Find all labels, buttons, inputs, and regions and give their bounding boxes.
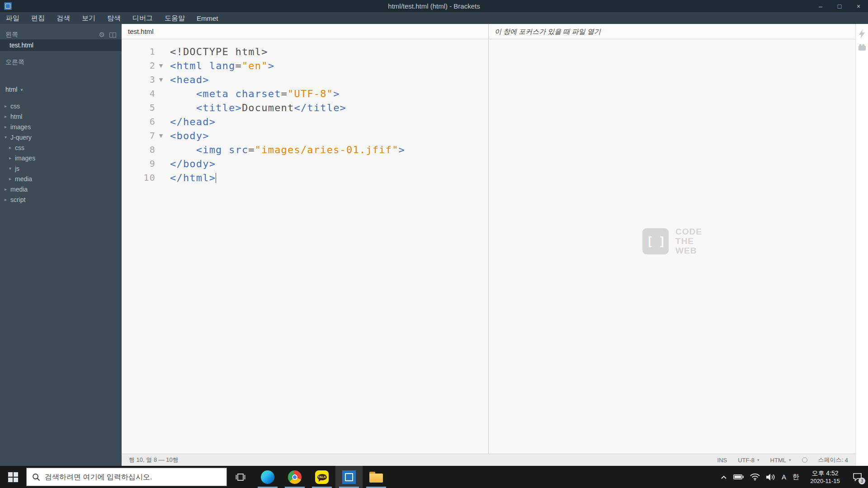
line-number: 5: [122, 101, 156, 115]
working-files: test.html: [0, 39, 122, 51]
fold-arrow-icon[interactable]: ▼: [156, 73, 166, 87]
tree-item-html[interactable]: ▸html: [0, 111, 122, 122]
extension-manager-brick-icon[interactable]: [859, 46, 866, 51]
chevron-right-icon[interactable]: ▸: [9, 145, 15, 150]
language-value: HTML: [770, 457, 786, 464]
project-dropdown[interactable]: html ▾: [0, 84, 122, 94]
menu-item-7[interactable]: Emmet: [191, 12, 224, 24]
code-text: <!DOCTYPE html>: [170, 45, 268, 59]
menu-item-1[interactable]: 편집: [25, 12, 51, 24]
code-text: <html lang="en">: [170, 59, 274, 73]
tree-item-js[interactable]: ▾js: [0, 163, 122, 174]
fold-arrow-icon[interactable]: ▼: [156, 129, 166, 143]
close-button[interactable]: ×: [849, 0, 868, 12]
code-area[interactable]: 1<!DOCTYPE html>2▼<html lang="en">3▼<hea…: [122, 39, 488, 185]
line-number: 4: [122, 87, 156, 101]
code-text: <title>Document</title>: [170, 101, 346, 115]
volume-icon[interactable]: [766, 474, 775, 481]
code-text: </head>: [170, 115, 216, 129]
code-line-2[interactable]: 2▼<html lang="en">: [122, 59, 488, 73]
task-view-button[interactable]: [227, 466, 254, 488]
code-line-4[interactable]: 4 <meta charset="UTF-8">: [122, 87, 488, 101]
ime-korean-indicator[interactable]: 한: [793, 473, 799, 481]
taskbar-search[interactable]: [26, 468, 227, 486]
menu-item-0[interactable]: 파일: [0, 12, 25, 24]
wifi-icon[interactable]: [750, 473, 760, 481]
insert-mode-indicator[interactable]: INS: [717, 457, 727, 464]
chevron-down-icon[interactable]: ▾: [9, 166, 15, 171]
window-controls: – □ ×: [811, 0, 868, 12]
second-editor-pane[interactable]: 이 창에 포커스가 있을 때 파일 열기 [ ] CODETHEWEB: [489, 24, 855, 454]
chevron-down-icon[interactable]: ▾: [5, 135, 10, 140]
edge-icon: [261, 470, 274, 484]
line-number: 10: [122, 171, 156, 185]
maximize-button[interactable]: □: [830, 0, 849, 12]
working-file-test.html[interactable]: test.html: [0, 39, 122, 51]
menu-item-5[interactable]: 디버그: [127, 12, 159, 24]
chrome-icon: [288, 470, 302, 484]
menu-item-6[interactable]: 도움말: [159, 12, 191, 24]
menu-item-2[interactable]: 검색: [51, 12, 76, 24]
chevron-right-icon[interactable]: ▸: [5, 187, 10, 192]
edge-taskbar-button[interactable]: [254, 466, 281, 488]
tree-item-css[interactable]: ▸css: [0, 101, 122, 111]
minimize-button[interactable]: –: [811, 0, 830, 12]
encoding-selector[interactable]: UTF-8 ▾: [738, 457, 759, 464]
file-explorer-taskbar-button[interactable]: [363, 466, 390, 488]
tree-item-images[interactable]: ▸images: [0, 122, 122, 132]
code-line-3[interactable]: 3▼<head>: [122, 73, 488, 87]
taskbar-clock[interactable]: 오후 4:52 2020-11-15: [806, 469, 844, 485]
chevron-right-icon[interactable]: ▸: [5, 114, 10, 119]
indent-value[interactable]: 4: [845, 457, 848, 464]
action-center-button[interactable]: 3: [851, 471, 863, 483]
brackets-window: html/test.html (html) - Brackets – □ × 파…: [0, 0, 868, 488]
tree-item-J-query[interactable]: ▾J-query: [0, 132, 122, 142]
language-selector[interactable]: HTML ▾: [770, 457, 791, 464]
ime-latin-indicator[interactable]: A: [782, 473, 786, 481]
code-line-10[interactable]: 10</html>: [122, 171, 488, 185]
clock-date: 2020-11-15: [806, 477, 844, 485]
menu-item-3[interactable]: 보기: [76, 12, 101, 24]
code-line-8[interactable]: 8 <img src="images/aries-01.jfif">: [122, 143, 488, 157]
chevron-right-icon[interactable]: ▸: [5, 197, 10, 202]
tree-item-images[interactable]: ▸images: [0, 153, 122, 163]
code-line-1[interactable]: 1<!DOCTYPE html>: [122, 45, 488, 59]
battery-icon[interactable]: [733, 474, 744, 479]
line-number: 2: [122, 59, 156, 73]
code-line-7[interactable]: 7▼<body>: [122, 129, 488, 143]
tree-item-css[interactable]: ▸css: [0, 142, 122, 153]
left-pane-label: 왼쪽: [5, 31, 18, 39]
menu-item-4[interactable]: 탐색: [101, 12, 127, 24]
editor-pane: test.html 1<!DOCTYPE html>2▼<html lang="…: [122, 24, 489, 454]
line-number: 8: [122, 143, 156, 157]
hidden-icons-chevron[interactable]: [721, 475, 727, 479]
chevron-right-icon[interactable]: ▸: [9, 155, 15, 160]
tree-item-media[interactable]: ▸media: [0, 184, 122, 194]
line-number: 7: [122, 129, 156, 143]
code-line-6[interactable]: 6</head>: [122, 115, 488, 129]
editor-pane-header[interactable]: test.html: [122, 24, 488, 39]
indent-setting[interactable]: 스페이스: 4: [818, 456, 848, 464]
code-line-5[interactable]: 5 <title>Document</title>: [122, 101, 488, 115]
search-input[interactable]: [45, 473, 217, 481]
live-preview-lightning-icon[interactable]: [859, 29, 865, 38]
kakaotalk-taskbar-button[interactable]: TALK: [308, 466, 335, 488]
chevron-right-icon[interactable]: ▸: [9, 176, 15, 181]
start-button[interactable]: [0, 466, 26, 488]
code-text: </body>: [170, 157, 216, 171]
fold-arrow-icon[interactable]: ▼: [156, 59, 166, 73]
chevron-right-icon[interactable]: ▸: [5, 124, 10, 129]
tree-item-script[interactable]: ▸script: [0, 194, 122, 205]
chevron-right-icon[interactable]: ▸: [5, 103, 10, 108]
brackets-taskbar-button[interactable]: [335, 466, 363, 488]
gear-icon[interactable]: ⚙: [99, 31, 105, 39]
code-line-9[interactable]: 9</body>: [122, 157, 488, 171]
code-text: <body>: [170, 129, 209, 143]
code-text: </html>: [170, 171, 216, 185]
project-name: html: [5, 86, 17, 93]
watermark-line: CODE: [675, 227, 702, 236]
tree-item-media[interactable]: ▸media: [0, 174, 122, 184]
lint-status-icon[interactable]: [802, 457, 807, 463]
split-view-icon[interactable]: [109, 33, 116, 38]
chrome-taskbar-button[interactable]: [281, 466, 308, 488]
